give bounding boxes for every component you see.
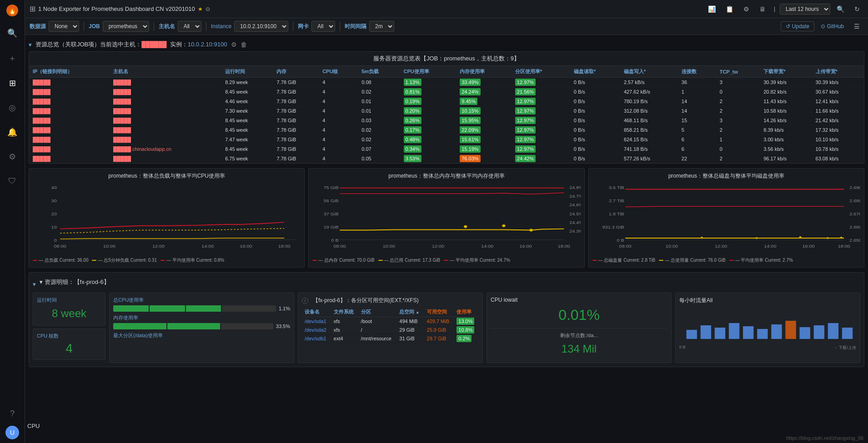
usage-bars-panel: 总CPU使用率 1.1% 内存使用率 <box>109 293 294 363</box>
cell-disk-pct: 12.97% <box>512 144 570 154</box>
cell-disk-read: 0 B/s <box>570 97 620 106</box>
resource-table-body: █████ █████ 8.29 week 7.78 GiB 4 0.08 1.… <box>29 78 864 164</box>
legend-dot-mem-total <box>312 260 317 261</box>
cell-ip[interactable]: █████ <box>29 87 110 97</box>
cell-disk-pct: 21.56% <box>512 87 570 97</box>
mem-progress-segments: 33.5% <box>113 323 290 329</box>
nic-select[interactable]: All <box>311 21 335 32</box>
section-trash-icon[interactable]: 🗑 <box>241 41 247 48</box>
svg-text:24.8%: 24.8% <box>570 185 581 190</box>
cpu-seg-1 <box>113 305 149 312</box>
legend-dot-mem-used <box>378 260 383 261</box>
instance-select[interactable]: 10.0.2.10:9100 <box>234 21 288 32</box>
cell-ip[interactable]: █████ <box>29 106 110 116</box>
cell-cpu-pct: 0.19% <box>400 97 457 106</box>
cell-mem: 7.78 GiB <box>273 154 319 164</box>
sidebar-alerting[interactable]: 🔔 <box>3 124 21 141</box>
sidebar-dashboards[interactable]: ⊞ <box>3 75 21 92</box>
cell-hostname[interactable]: █████ <box>110 135 221 144</box>
cell-uptime: 8.45 week <box>221 87 273 97</box>
star-icon[interactable]: ★ <box>198 6 203 12</box>
traffic-chart-svg <box>679 307 856 343</box>
github-button[interactable]: ⊙ GitHub <box>817 22 848 31</box>
job-select[interactable]: prometheus <box>103 21 149 32</box>
col-disk-pct: 分区使用率* <box>512 66 570 78</box>
cell-cpu-cores: 4 <box>319 154 358 164</box>
svg-point-36 <box>464 225 467 228</box>
disk-chart-svg: 3.6 TiB 2.7 TiB 1.8 TiB 931.3 GiB 0 B 2.… <box>592 183 860 251</box>
cell-ip[interactable]: █████ <box>29 125 110 135</box>
cell-mem: 7.78 GiB <box>273 106 319 116</box>
cell-hostname[interactable]: █████ <box>110 78 221 87</box>
section-settings-icon[interactable]: ⚙ <box>231 41 237 48</box>
top-nav: ⊞ 1 Node Exporter for Prometheus Dashboa… <box>25 0 868 18</box>
host-select[interactable]: All <box>178 21 201 32</box>
legend-dot-red <box>33 260 37 261</box>
svg-text:931.3 GiB: 931.3 GiB <box>602 225 624 229</box>
cell-ip[interactable]: █████ <box>29 135 110 144</box>
cell-hostname[interactable]: █████ <box>110 106 221 116</box>
menu-button[interactable]: ☰ <box>850 21 863 32</box>
search-icon-btn[interactable]: 🔍 <box>833 4 848 15</box>
cell-cpu-cores: 4 <box>319 106 358 116</box>
disk-cell-device: /dev/sdb1 <box>302 334 331 343</box>
cell-conn: 22 <box>678 154 716 164</box>
time-range-select[interactable]: Last 12 hours <box>780 4 830 15</box>
sidebar-settings[interactable]: ⚙ <box>3 148 21 165</box>
cell-ip[interactable]: █████ <box>29 144 110 154</box>
cpu-chart-area: 40 30 20 10 0 1% 0% <box>33 183 301 255</box>
disk-col-avail: 可用空间 <box>424 307 454 317</box>
cell-cpu-cores: 4 <box>319 125 358 135</box>
cell-hostname[interactable]: █████.chinacloudapp.cn <box>110 144 221 154</box>
cpu-seg-2 <box>150 305 185 312</box>
uptime-label: 运行时间 <box>37 297 101 304</box>
legend-5m-load: — 总5分钟负载 Current: 0.31 <box>92 257 156 264</box>
cpu-cores-label: CPU 核数 <box>37 333 101 339</box>
refresh-icon-btn[interactable]: ↻ <box>851 4 863 15</box>
sidebar-admin[interactable]: 🛡 <box>3 173 21 189</box>
cell-ip[interactable]: █████ <box>29 97 110 106</box>
cell-hostname[interactable]: █████ <box>110 125 221 135</box>
disk-col-total[interactable]: 总空间 <box>396 307 424 317</box>
svg-rect-72 <box>701 325 711 339</box>
cell-ip[interactable]: █████ <box>29 116 110 125</box>
cell-dl-bw: 30.39 kb/s <box>760 78 812 87</box>
disk-info-icon[interactable]: i <box>302 298 308 304</box>
cell-ip[interactable]: █████ <box>29 154 110 164</box>
datasource-select[interactable]: None <box>49 21 79 32</box>
toolbar-right: ↺ Update ⊙ GitHub ☰ <box>781 21 863 32</box>
cell-hostname[interactable]: █████ <box>110 116 221 125</box>
cell-load5m: 0.08 <box>358 78 400 87</box>
cell-hostname[interactable]: █████ <box>110 154 221 164</box>
gear-icon-btn[interactable]: ⚙ <box>740 4 753 15</box>
cell-mem-pct: 33.49% <box>456 78 512 87</box>
cell-tcp-tw: 1 <box>716 135 760 144</box>
update-button[interactable]: ↺ Update <box>781 21 814 31</box>
cell-disk-pct: 12.97% <box>512 116 570 125</box>
sidebar-add[interactable]: ＋ <box>3 49 21 67</box>
cell-cpu-pct: 0.20% <box>400 106 457 116</box>
left-stats-col: 运行时间 8 week CPU 核数 4 <box>33 293 105 363</box>
svg-rect-78 <box>785 321 796 339</box>
grid-icon-btn[interactable]: 📋 <box>722 4 737 15</box>
chart-icon-btn[interactable]: 📊 <box>704 4 719 15</box>
cell-hostname[interactable]: █████ <box>110 97 221 106</box>
svg-point-37 <box>502 224 506 227</box>
grafana-logo[interactable]: 🔥 <box>5 4 19 17</box>
svg-text:18:00: 18:00 <box>558 244 571 249</box>
mem-chart-panel: prometheus：整体总内存与整体平均内存使用率 75 GiB 56 GiB… <box>308 168 584 268</box>
cell-ul-bw: 21.42 kb/s <box>812 116 864 125</box>
cell-disk-write: 427.62 kB/s <box>620 87 678 97</box>
monitor-icon-btn[interactable]: 🖥 <box>756 4 769 15</box>
disk-cell-usage: 13.0% <box>454 317 479 326</box>
share-icon[interactable]: ⊙ <box>206 6 210 12</box>
interval-select[interactable]: 2m <box>369 21 394 32</box>
sidebar-search[interactable]: 🔍 <box>3 25 21 42</box>
svg-text:40: 40 <box>51 185 57 190</box>
resource-overview-header[interactable]: ▾ 资源总览（关联JOB项）当前选中主机：██████ 实例：10.0.2.10… <box>29 39 864 51</box>
sidebar-explore[interactable]: ◎ <box>3 99 21 116</box>
svg-text:16:00: 16:00 <box>802 244 815 249</box>
detail-section-header[interactable]: ▾ ▾ 资源明细：【fx-prod-6】 <box>33 276 860 293</box>
cell-hostname[interactable]: █████ <box>110 87 221 97</box>
cell-ip[interactable]: █████ <box>29 78 110 87</box>
